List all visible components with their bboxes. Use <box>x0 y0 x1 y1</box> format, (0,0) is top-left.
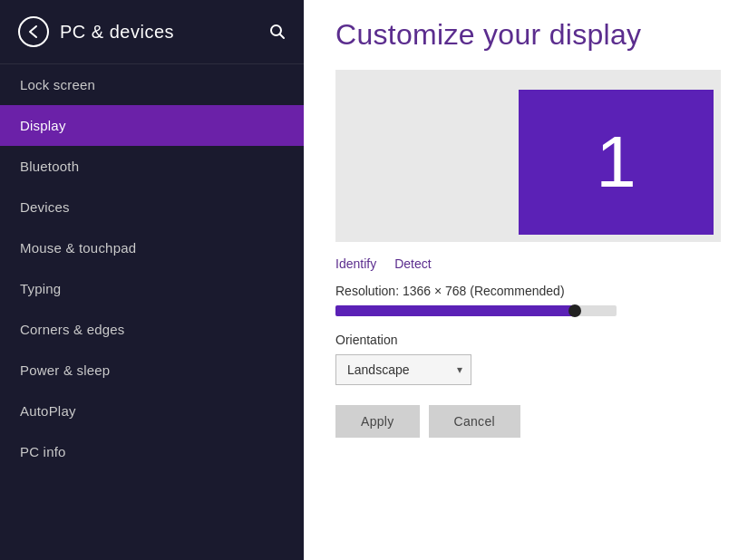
sidebar-item-power-sleep[interactable]: Power & sleep <box>0 350 304 391</box>
detect-button[interactable]: Detect <box>394 256 431 271</box>
display-links-row: Identify Detect <box>335 256 721 271</box>
resolution-slider[interactable] <box>335 305 617 316</box>
monitor-number: 1 <box>596 121 636 204</box>
sidebar: PC & devices Lock screen Display Bluetoo… <box>0 0 304 560</box>
orientation-label: Orientation <box>335 333 721 347</box>
action-buttons-row: Apply Cancel <box>335 405 721 438</box>
sidebar-item-pc-info[interactable]: PC info <box>0 431 304 472</box>
sidebar-item-bluetooth[interactable]: Bluetooth <box>0 146 304 187</box>
sidebar-item-autoplay[interactable]: AutoPlay <box>0 391 304 431</box>
sidebar-item-mouse-touchpad[interactable]: Mouse & touchpad <box>0 227 304 268</box>
search-icon <box>269 24 286 40</box>
monitor-preview-area: 1 <box>335 70 721 242</box>
resolution-label: Resolution: 1366 × 768 (Recommended) <box>335 284 721 298</box>
sidebar-item-devices[interactable]: Devices <box>0 187 304 227</box>
back-icon <box>26 24 41 39</box>
sidebar-item-lock-screen[interactable]: Lock screen <box>0 64 304 105</box>
orientation-select-wrapper: Landscape Portrait Landscape (flipped) P… <box>335 354 471 385</box>
sidebar-item-typing[interactable]: Typing <box>0 268 304 309</box>
identify-button[interactable]: Identify <box>335 256 376 271</box>
monitor-screen: 1 <box>519 90 714 235</box>
page-title: Customize your display <box>335 18 721 52</box>
orientation-select[interactable]: Landscape Portrait Landscape (flipped) P… <box>335 354 471 385</box>
sidebar-title: PC & devices <box>60 22 174 43</box>
resolution-slider-thumb <box>568 304 581 317</box>
svg-line-1 <box>280 34 285 39</box>
sidebar-header: PC & devices <box>0 0 304 64</box>
resolution-slider-fill <box>335 305 575 316</box>
sidebar-item-corners-edges[interactable]: Corners & edges <box>0 309 304 350</box>
cancel-button[interactable]: Cancel <box>429 405 520 438</box>
sidebar-nav: Lock screen Display Bluetooth Devices Mo… <box>0 64 304 560</box>
sidebar-item-display[interactable]: Display <box>0 105 304 146</box>
search-button[interactable] <box>269 24 286 40</box>
main-content: Customize your display 1 Identify Detect… <box>304 0 748 560</box>
back-button[interactable] <box>18 16 49 47</box>
apply-button[interactable]: Apply <box>335 405 420 438</box>
